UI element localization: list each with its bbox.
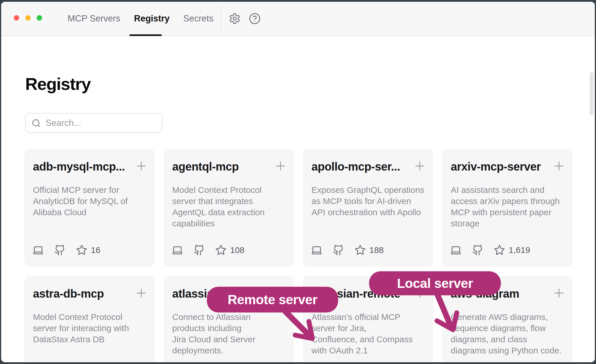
- laptop-icon: [450, 244, 462, 256]
- server-meta: 16: [32, 244, 100, 256]
- star-icon: [76, 244, 87, 256]
- search-box[interactable]: [25, 113, 162, 133]
- star-icon: [215, 244, 227, 256]
- help-button[interactable]: [248, 13, 261, 25]
- gear-icon: [229, 13, 241, 25]
- server-name: arxiv-mcp-server: [451, 160, 541, 173]
- server-description: Generate AWS diagrams,sequence diagrams,…: [451, 311, 562, 356]
- search-input[interactable]: [46, 118, 156, 128]
- server-name: apollo-mcp-ser...: [311, 160, 400, 173]
- server-name: adb-mysql-mcp...: [33, 160, 125, 173]
- plus-icon: [134, 159, 148, 173]
- star-count: 16: [91, 245, 100, 255]
- server-description: Model Context Protocolserver for interac…: [33, 311, 129, 345]
- server-card-astra-db[interactable]: astra-db-mcp Model Context Protocolserve…: [24, 276, 155, 362]
- page-title: Registry: [25, 74, 91, 94]
- tab-secrets[interactable]: Secrets: [183, 13, 213, 24]
- registry-page: Registry adb-mysql-mcp... Official MCP s…: [1, 36, 595, 362]
- plus-icon: [134, 286, 148, 300]
- laptop-icon: [311, 244, 322, 256]
- settings-button[interactable]: [228, 13, 241, 25]
- laptop-icon: [32, 244, 44, 256]
- github-icon[interactable]: [54, 244, 66, 256]
- tab-registry[interactable]: Registry: [134, 13, 170, 24]
- toolbar-divider: [220, 6, 221, 32]
- add-server-button[interactable]: [273, 159, 288, 173]
- app-window: MCP Servers Registry Secrets Registry: [1, 2, 595, 362]
- add-server-button[interactable]: [552, 286, 566, 300]
- server-meta: 1,619: [450, 244, 530, 256]
- star-count: 108: [230, 245, 244, 255]
- server-description: Model Context Protocolserver that integr…: [172, 184, 264, 229]
- remote-server-callout: Remote server: [207, 287, 338, 312]
- server-card-agentql[interactable]: agentql-mcp Model Context Protocolserver…: [164, 149, 294, 267]
- local-server-callout: Local server: [369, 271, 501, 295]
- minimize-button[interactable]: [25, 15, 31, 21]
- server-description: Exposes GraphQL operationsas MCP tools f…: [311, 184, 424, 218]
- add-server-button[interactable]: [134, 159, 148, 173]
- server-description: AI assistants search andaccess arXiv pap…: [451, 184, 560, 229]
- server-name: agentql-mcp: [172, 160, 239, 173]
- server-name: astra-db-mcp: [33, 287, 104, 300]
- github-icon[interactable]: [472, 244, 483, 256]
- server-card-adb-mysql[interactable]: adb-mysql-mcp... Official MCP server for…: [24, 149, 155, 267]
- tab-bar: MCP Servers Registry Secrets: [68, 2, 213, 35]
- laptop-icon: [172, 244, 183, 256]
- plus-icon: [552, 159, 566, 173]
- star-count: 188: [369, 245, 384, 255]
- scrollbar-thumb[interactable]: [590, 72, 593, 116]
- star-count: 1,619: [509, 245, 530, 255]
- server-card-arxiv[interactable]: arxiv-mcp-server AI assistants search an…: [442, 149, 573, 267]
- search-icon: [32, 118, 41, 128]
- close-button[interactable]: [14, 15, 19, 21]
- server-meta: 108: [172, 244, 244, 256]
- add-server-button[interactable]: [134, 286, 148, 300]
- server-description: Official MCP server forAnalyticDB for My…: [33, 184, 128, 218]
- github-icon[interactable]: [193, 244, 205, 256]
- server-meta: 188: [311, 244, 384, 256]
- github-icon[interactable]: [333, 244, 344, 256]
- titlebar: MCP Servers Registry Secrets: [1, 2, 595, 36]
- star-icon: [354, 244, 366, 256]
- server-card-apollo[interactable]: apollo-mcp-ser... Exposes GraphQL operat…: [303, 149, 433, 267]
- tab-mcp-servers[interactable]: MCP Servers: [68, 13, 120, 24]
- plus-icon: [413, 159, 427, 173]
- add-server-button[interactable]: [552, 159, 566, 173]
- server-description: Atlassian's official MCPserver for Jira,…: [311, 311, 413, 356]
- zoom-button[interactable]: [37, 15, 42, 21]
- star-icon: [494, 244, 505, 256]
- traffic-lights: [14, 15, 42, 21]
- server-description: Connect to Atlassianproducts includingJi…: [172, 311, 255, 356]
- plus-icon: [552, 286, 566, 300]
- help-icon: [249, 13, 261, 25]
- plus-icon: [274, 159, 287, 173]
- add-server-button[interactable]: [413, 159, 427, 173]
- server-grid: adb-mysql-mcp... Official MCP server for…: [24, 149, 573, 362]
